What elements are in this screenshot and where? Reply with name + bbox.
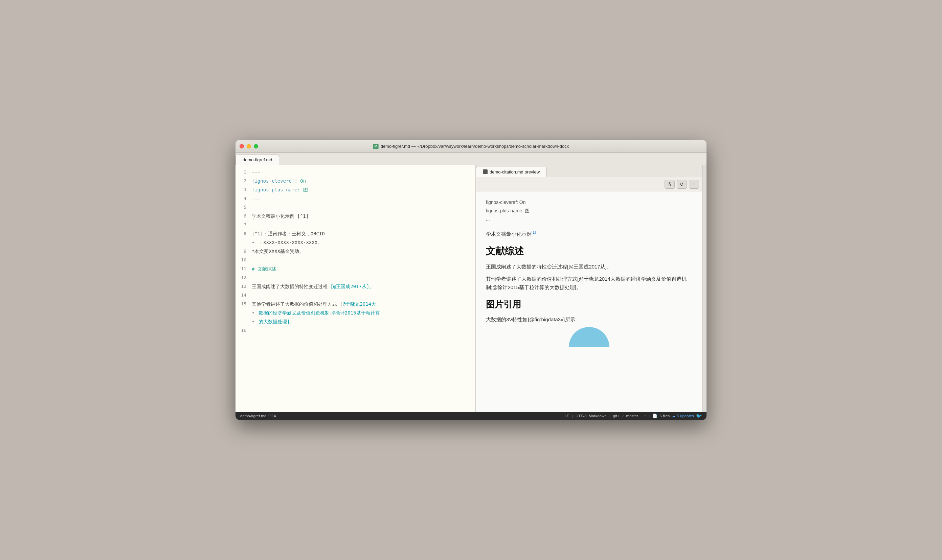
preview-para3: 大数据的3V特性如{@fig:bigdata3v}所示	[486, 315, 692, 324]
line-content: ...	[252, 194, 475, 203]
status-filename: demo-figref.md	[240, 414, 266, 418]
line-content: *本文受XXXX基金资助。	[252, 247, 475, 255]
title-bar: M demo-figref.md — ~/Dropbox/var/wsywork…	[236, 140, 706, 153]
git-branch-icon: ⑂	[621, 414, 624, 418]
line-content: fignos-plus-name: 图	[252, 185, 475, 194]
line-number: 11	[236, 265, 252, 273]
editor-line-6: 6 学术文稿最小化示例 [^1]	[236, 212, 475, 220]
bullet-marker: •	[252, 317, 259, 326]
line-content: 其他学者讲述了大数据的价值和处理方式 [@于晓龙2014大	[252, 300, 475, 308]
line-content: 的大数据处理]。	[259, 317, 475, 326]
status-files: 6 files	[660, 414, 670, 418]
section-button[interactable]: §	[664, 180, 675, 189]
line-number: 12	[236, 273, 252, 282]
line-number: 6	[236, 212, 252, 220]
editor-tab-bar: demo-figref.md	[236, 153, 706, 165]
line-content	[252, 273, 475, 282]
editor-pane: 1 --- 2 fignos-cleveref: On 3 fignos-plu…	[236, 165, 476, 412]
file-icon: M	[373, 144, 379, 149]
editor-line-8: 8 [^1]：通讯作者：王树义，ORCID	[236, 229, 475, 238]
editor-line-8b: • ：XXXX-XXXX-XXXX-XXXX.	[236, 238, 475, 247]
line-content	[252, 203, 475, 212]
editor-line-2: 2 fignos-cleveref: On	[236, 177, 475, 185]
line-number: 2	[236, 177, 252, 185]
close-button[interactable]	[240, 144, 244, 148]
preview-pane: demo-citation.md preview § ↺ ↑ fignos-cl…	[476, 165, 702, 412]
editor-line-3: 3 fignos-plus-name: 图	[236, 185, 475, 194]
figure-preview	[486, 327, 692, 347]
line-number: 1	[236, 168, 252, 177]
editor-line-1: 1 ---	[236, 168, 475, 177]
line-content: 王国成阐述了大数据的特性变迁过程 [@王国成2017从]。	[252, 282, 475, 291]
line-content: 学术文稿最小化示例 [^1]	[252, 212, 475, 220]
frontmatter-line-1: fignos-cleveref: On	[486, 198, 692, 207]
line-content: fignos-cleveref: On	[252, 177, 475, 185]
status-updates[interactable]: ☁ 5 updates	[672, 414, 694, 418]
frontmatter-line-2: fignos-plus-name: 图	[486, 207, 692, 215]
preview-tab-bar: demo-citation.md preview	[476, 165, 702, 177]
line-number: 8	[236, 229, 252, 238]
line-number: 4	[236, 194, 252, 203]
window-title: M demo-figref.md — ~/Dropbox/var/wsywork…	[373, 144, 569, 149]
tab-preview[interactable]: demo-citation.md preview	[476, 167, 547, 177]
editor-line-7: 7	[236, 220, 475, 229]
line-content	[252, 291, 475, 300]
figure-image	[569, 327, 609, 347]
line-content: ---	[252, 168, 475, 177]
editor-line-15b: • 数据的经济学涵义及价值创造机制;@徐计2015基于粒计算	[236, 308, 475, 317]
line-content: # 文献综述	[252, 265, 475, 273]
editor-line-5: 5	[236, 203, 475, 212]
line-number: 13	[236, 282, 252, 291]
line-number: 10	[236, 255, 252, 265]
refresh-button[interactable]: ↺	[677, 180, 687, 189]
app-window: M demo-figref.md — ~/Dropbox/var/wsywork…	[236, 140, 706, 420]
fullscreen-button[interactable]	[254, 144, 258, 148]
line-content: ：XXXX-XXXX-XXXX-XXXX.	[259, 238, 475, 247]
line-content	[252, 255, 475, 265]
traffic-lights	[240, 144, 258, 148]
line-number: 14	[236, 291, 252, 300]
editor-line-4: 4 ...	[236, 194, 475, 203]
line-number: 3	[236, 185, 252, 194]
status-arrow-down: ↓	[640, 414, 642, 418]
line-content	[252, 220, 475, 229]
footnote-marker: [1]	[532, 230, 536, 234]
line-content: [^1]：通讯作者：王树义，ORCID	[252, 229, 475, 238]
line-number: 15	[236, 300, 252, 308]
line-number: 7	[236, 220, 252, 229]
minimize-button[interactable]	[247, 144, 251, 148]
preview-tab-icon	[483, 169, 487, 174]
bullet-marker: •	[252, 308, 259, 317]
editor-line-15: 15 其他学者讲述了大数据的价值和处理方式 [@于晓龙2014大	[236, 300, 475, 308]
preview-para1: 王国成阐述了大数据的特性变迁过程[@王国成2017从]。	[486, 262, 692, 271]
line-content	[252, 326, 475, 335]
status-bird-icon: 🐦	[696, 413, 702, 418]
editor-content[interactable]: 1 --- 2 fignos-cleveref: On 3 fignos-plu…	[236, 165, 475, 412]
bullet-marker: •	[252, 238, 259, 247]
status-file-icon: 📄	[652, 414, 657, 418]
editor-line-14: 14	[236, 291, 475, 300]
line-content: 数据的经济学涵义及价值创造机制;@徐计2015基于粒计算	[259, 308, 475, 317]
main-content: 1 --- 2 fignos-cleveref: On 3 fignos-plu…	[236, 165, 706, 412]
status-cursor: 9:14	[268, 414, 276, 418]
status-encoding: UTF-8	[575, 414, 587, 418]
scrollbar[interactable]	[702, 165, 706, 412]
line-number: 16	[236, 326, 252, 335]
frontmatter-line-3: ...	[486, 215, 692, 223]
status-line-ending: LF	[565, 414, 569, 418]
tab-editor[interactable]: demo-figref.md	[236, 155, 279, 165]
preview-content[interactable]: fignos-cleveref: On fignos-plus-name: 图 …	[476, 191, 702, 412]
editor-line-11: 11 # 文献综述	[236, 265, 475, 273]
status-git-branch: master	[626, 414, 638, 418]
status-bar: demo-figref.md 9:14 LF | UTF-8 Markdown …	[236, 412, 706, 420]
line-number: 5	[236, 203, 252, 212]
editor-line-10: 10	[236, 255, 475, 265]
editor-line-15c: • 的大数据处理]。	[236, 317, 475, 326]
status-arrow-up: ↑	[644, 414, 646, 418]
scroll-top-button[interactable]: ↑	[689, 180, 699, 189]
line-number: 9	[236, 247, 252, 255]
editor-line-16: 16	[236, 326, 475, 335]
editor-line-13: 13 王国成阐述了大数据的特性变迁过程 [@王国成2017从]。	[236, 282, 475, 291]
status-syntax: Markdown	[589, 414, 607, 418]
preview-para2: 其他学者讲述了大数据的价值和处理方式[@于晓龙2014大数据的经济学涵义及价值创…	[486, 275, 692, 292]
